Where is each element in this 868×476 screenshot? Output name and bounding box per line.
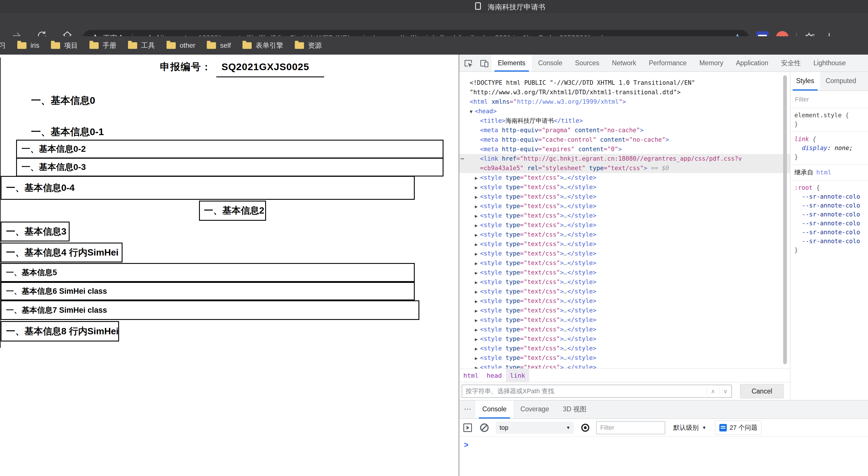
dom-node[interactable]: ▼<head>	[459, 107, 790, 116]
breadcrumb-link[interactable]: link	[506, 369, 529, 382]
dom-node[interactable]: <meta http-equiv="pragma" content="no-ca…	[459, 126, 790, 135]
disclosure-arrow-icon[interactable]: ▶	[475, 221, 480, 230]
styles-tab-styles[interactable]: Styles	[790, 72, 820, 91]
dom-node[interactable]: ▶<style type="text/css">…</style>	[459, 201, 790, 211]
disclosure-arrow-icon[interactable]: ▶	[475, 278, 480, 287]
bookmark-item[interactable]: 资源	[295, 41, 322, 50]
disclosure-arrow-icon[interactable]: ▶	[475, 268, 480, 278]
dom-node[interactable]: ▶<style type="text/css">…</style>	[459, 240, 790, 249]
dom-node[interactable]: ▶<style type="text/css">…</style>	[459, 230, 790, 240]
bookmark-item[interactable]: iris	[17, 41, 39, 50]
console-sidebar-toggle-icon[interactable]	[463, 423, 472, 432]
rule-link[interactable]: link { display: none; }	[790, 132, 868, 165]
drawer-tab-coverage[interactable]: Coverage	[514, 401, 556, 418]
inspect-element-icon[interactable]	[463, 58, 473, 68]
devtools-tab-memory[interactable]: Memory	[693, 55, 730, 71]
css-custom-property[interactable]: --sr-annote-colo	[794, 219, 868, 228]
dom-node[interactable]: ▶<style type="text/css">…</style>	[459, 173, 790, 183]
disclosure-arrow-icon[interactable]: ▼	[470, 107, 475, 117]
bookmark-item[interactable]: 表单引擎	[243, 41, 283, 50]
issues-counter[interactable]: 27 个问题	[715, 420, 762, 435]
disclosure-arrow-icon[interactable]: ▶	[475, 297, 480, 306]
bookmark-item[interactable]: 项目	[51, 41, 78, 50]
disclosure-arrow-icon[interactable]: ▶	[475, 287, 480, 297]
dom-node[interactable]: ▶<style type="text/css">…</style>	[459, 277, 790, 287]
dom-node[interactable]: <title>海南科技厅申请书</title>	[459, 116, 790, 126]
styles-filter-input[interactable]: Filter	[790, 91, 868, 108]
dom-node[interactable]: "http://www.w3.org/TR/xhtml1/DTD/xhtml1-…	[459, 88, 790, 97]
disclosure-arrow-icon[interactable]: ▶	[475, 335, 480, 344]
drawer-menu-icon[interactable]: ⋯	[464, 401, 475, 418]
breadcrumb-head[interactable]: head	[483, 372, 506, 379]
devtools-tab-lighthouse[interactable]: Lighthouse	[807, 55, 852, 71]
bookmark-item[interactable]: self	[207, 41, 231, 50]
css-custom-property[interactable]: --sr-annote-colo	[794, 237, 868, 246]
drawer-tab-console[interactable]: Console	[475, 401, 514, 418]
dom-node[interactable]: <meta http-equiv="cache-control" content…	[459, 135, 790, 145]
devtools-tab-performance[interactable]: Performance	[643, 55, 693, 71]
tab-title[interactable]: 海南科技厅申请书	[488, 2, 545, 12]
devtools-tab-sources[interactable]: Sources	[568, 55, 606, 71]
disclosure-arrow-icon[interactable]: ▶	[475, 363, 480, 369]
disclosure-arrow-icon[interactable]: ▶	[475, 325, 480, 335]
dom-node[interactable]: ▶<style type="text/css">…</style>	[459, 325, 790, 334]
cancel-button[interactable]: Cancel	[740, 384, 784, 399]
dom-node[interactable]: ▶<style type="text/css">…</style>	[459, 192, 790, 201]
devtools-tab-network[interactable]: Network	[606, 55, 643, 71]
dom-node[interactable]: ▶<style type="text/css">…</style>	[459, 183, 790, 192]
disclosure-arrow-icon[interactable]: ▶	[475, 259, 480, 268]
search-prev-icon[interactable]: ∧	[707, 388, 719, 395]
devtools-tab-elements[interactable]: Elements	[492, 55, 532, 71]
disclosure-arrow-icon[interactable]: ▶	[475, 230, 480, 240]
devtools-tab-application[interactable]: Application	[730, 55, 775, 71]
dom-node[interactable]: ▶<style type="text/css">…</style>	[459, 249, 790, 258]
dom-node[interactable]: ▶<style type="text/css">…</style>	[459, 344, 790, 353]
disclosure-arrow-icon[interactable]: ▶	[475, 192, 480, 202]
search-input[interactable]: 按字符串、选择器或XPath 查找 ∧ ∨	[462, 385, 732, 398]
disclosure-arrow-icon[interactable]: ▶	[475, 354, 480, 363]
dom-node[interactable]: ▶<style type="text/css">…</style>	[459, 315, 790, 325]
disclosure-arrow-icon[interactable]: ▶	[475, 211, 480, 221]
bookmark-item[interactable]: 学习	[0, 41, 6, 50]
dom-node[interactable]: ▶<style type="text/css">…</style>	[459, 220, 790, 230]
css-custom-property[interactable]: --sr-annote-colo	[794, 210, 868, 219]
node-more-actions-icon[interactable]: ⋯	[461, 154, 464, 164]
bookmark-item[interactable]: 工具	[128, 41, 155, 50]
rule-element-style[interactable]: element.style { }	[790, 108, 868, 132]
breadcrumb-html[interactable]: html	[459, 372, 483, 379]
elements-tree[interactable]: <!DOCTYPE html PUBLIC "-//W3C//DTD XHTML…	[459, 72, 790, 369]
dom-node[interactable]: ▶<style type="text/css">…</style>	[459, 353, 790, 363]
disclosure-arrow-icon[interactable]: ▶	[475, 240, 480, 249]
dom-node[interactable]: ▶<style type="text/css">…</style>	[459, 306, 790, 315]
log-level-dropdown[interactable]: 默认级别 ▼	[673, 423, 706, 432]
dom-node[interactable]: ▶<style type="text/css">…</style>	[459, 268, 790, 277]
disclosure-arrow-icon[interactable]: ▶	[475, 249, 480, 259]
disclosure-arrow-icon[interactable]: ▶	[475, 316, 480, 325]
device-toolbar-icon[interactable]	[479, 58, 489, 68]
drawer-tab-3d-视图[interactable]: 3D 视图	[556, 401, 593, 418]
css-custom-property[interactable]: --sr-annote-colo	[794, 201, 868, 210]
dom-node[interactable]: ▶<style type="text/css">…</style>	[459, 211, 790, 220]
live-expression-eye-icon[interactable]	[581, 424, 589, 432]
bookmark-item[interactable]: 手册	[89, 41, 117, 50]
dom-node-selected[interactable]: =cb9a43a1e5" rel="stylesheet" type="text…	[459, 164, 790, 173]
disclosure-arrow-icon[interactable]: ▶	[475, 202, 480, 211]
styles-tab-computed[interactable]: Computed	[820, 72, 862, 91]
devtools-tab-console[interactable]: Console	[532, 55, 568, 71]
search-next-icon[interactable]: ∨	[719, 388, 732, 395]
devtools-tab-安全性[interactable]: 安全性	[775, 55, 807, 71]
dom-node[interactable]: ▶<style type="text/css">…</style>	[459, 296, 790, 306]
disclosure-arrow-icon[interactable]: ▶	[475, 183, 480, 192]
disclosure-arrow-icon[interactable]: ▶	[475, 173, 480, 183]
scrollbar-thumb[interactable]	[783, 75, 787, 364]
css-custom-property[interactable]: --sr-annote-colo	[794, 228, 868, 237]
console-prompt[interactable]: >	[464, 441, 468, 449]
context-selector[interactable]: top ▼	[496, 422, 574, 434]
rule-root[interactable]: :root { --sr-annote-colo--sr-annote-colo…	[790, 181, 868, 258]
disclosure-arrow-icon[interactable]: ▶	[475, 306, 480, 316]
css-custom-property[interactable]: --sr-annote-colo	[794, 192, 868, 201]
dom-node[interactable]: <meta http-equiv="expires" content="0">	[459, 145, 790, 154]
dom-node[interactable]: <!DOCTYPE html PUBLIC "-//W3C//DTD XHTML…	[459, 78, 790, 88]
dom-node[interactable]: ▶<style type="text/css">…</style>	[459, 363, 790, 369]
disclosure-arrow-icon[interactable]: ▶	[475, 344, 480, 354]
